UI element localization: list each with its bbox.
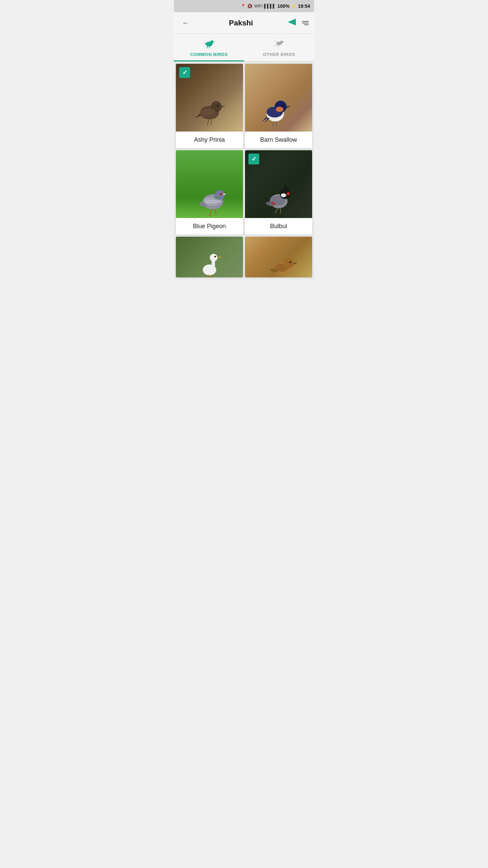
other-birds-icon [273, 38, 285, 51]
svg-point-53 [281, 193, 286, 197]
bird-image-blue-pigeon [176, 150, 243, 218]
clock: 19:54 [298, 3, 310, 9]
svg-line-5 [207, 46, 208, 48]
svg-line-13 [278, 45, 279, 47]
bird-image-bulbul: ✓ [245, 150, 312, 218]
svg-point-62 [210, 254, 217, 261]
svg-line-20 [207, 119, 209, 125]
svg-line-59 [280, 208, 281, 213]
wifi-icon: WiFi [254, 4, 262, 8]
svg-point-71 [289, 261, 291, 263]
tab-common-birds[interactable]: COMMON BIRDS [174, 34, 244, 61]
svg-line-46 [210, 215, 211, 217]
svg-point-17 [217, 105, 219, 107]
svg-marker-26 [287, 106, 291, 108]
bird-card-ashy-prinia[interactable]: ✓ Ashy Prinia [176, 64, 243, 148]
svg-point-3 [210, 40, 214, 44]
tabs-container: COMMON BIRDS OTHER BIRDS [174, 34, 314, 62]
menu-line-3 [304, 24, 309, 25]
svg-line-44 [215, 209, 216, 215]
bird-card-sparrow[interactable] [245, 237, 312, 277]
common-birds-icon [203, 38, 215, 51]
back-button[interactable]: ← [179, 16, 192, 30]
menu-edit-button[interactable] [302, 21, 309, 25]
svg-point-42 [221, 193, 222, 194]
svg-point-25 [276, 106, 283, 112]
bird-grid: ✓ Ashy Prinia [174, 62, 314, 279]
check-mark: ✓ [182, 69, 187, 76]
bird-name-barn-swallow: Barn Swallow [245, 132, 312, 148]
bird-name-ashy-prinia: Ashy Prinia [176, 132, 243, 148]
bird-card-barn-swallow[interactable]: Barn Swallow [245, 64, 312, 148]
tab-other-birds[interactable]: OTHER BIRDS [244, 34, 314, 61]
bird-image-ashy-prinia: ✓ [176, 64, 243, 132]
bird-image-sparrow [245, 237, 312, 277]
checkbox-bulbul[interactable]: ✓ [248, 154, 259, 164]
svg-marker-10 [283, 41, 285, 42]
svg-point-64 [214, 256, 216, 257]
svg-marker-63 [217, 256, 222, 258]
svg-marker-55 [290, 193, 294, 195]
svg-line-32 [276, 121, 277, 126]
app-bar: ← Pakshi [174, 12, 314, 34]
status-bar: 📍 🔇 WiFi ▌▌▌▌ 100% ⚡ 19:54 [174, 0, 314, 12]
bird-name-bulbul: Bulbul [245, 218, 312, 235]
bird-image-egret [176, 237, 243, 277]
svg-line-65 [207, 275, 208, 277]
svg-line-66 [211, 275, 212, 277]
bird-name-blue-pigeon: Blue Pigeon [176, 218, 243, 235]
signal-icon: ▌▌▌▌ [264, 4, 276, 8]
bird-card-egret[interactable] [176, 237, 243, 277]
svg-marker-11 [274, 40, 277, 43]
menu-line-1 [302, 21, 309, 22]
svg-point-9 [280, 41, 283, 43]
mute-icon: 🔇 [247, 4, 252, 8]
svg-marker-70 [293, 262, 298, 264]
svg-marker-4 [214, 41, 215, 42]
location-icon: 📍 [241, 4, 246, 8]
svg-line-21 [211, 119, 211, 125]
svg-point-38 [214, 196, 220, 200]
common-birds-label: COMMON BIRDS [190, 52, 228, 57]
svg-point-28 [283, 105, 283, 105]
svg-line-43 [210, 209, 212, 215]
svg-point-40 [223, 193, 225, 195]
app-title: Pakshi [195, 19, 287, 27]
bird-card-bulbul[interactable]: ✓ [245, 150, 312, 235]
svg-marker-29 [262, 117, 268, 122]
checkbox-ashy-prinia[interactable]: ✓ [179, 67, 190, 78]
send-button[interactable] [287, 18, 297, 28]
svg-line-58 [275, 208, 277, 213]
bird-card-blue-pigeon[interactable]: Blue Pigeon [176, 150, 243, 235]
bird-image-barn-swallow [245, 64, 312, 132]
battery-percent: 100% [277, 3, 289, 9]
svg-point-69 [284, 258, 293, 268]
menu-line-2 [302, 23, 309, 23]
battery-icon: ⚡ [291, 4, 296, 8]
svg-line-45 [207, 215, 210, 216]
status-icons: 📍 🔇 WiFi ▌▌▌▌ 100% ⚡ 19:54 [241, 3, 310, 9]
check-mark-bulbul: ✓ [251, 155, 257, 163]
svg-line-31 [272, 121, 274, 126]
svg-point-56 [285, 192, 287, 194]
app-bar-actions [287, 18, 309, 28]
svg-marker-16 [222, 105, 226, 107]
svg-marker-52 [285, 183, 287, 188]
other-birds-label: OTHER BIRDS [263, 52, 295, 57]
